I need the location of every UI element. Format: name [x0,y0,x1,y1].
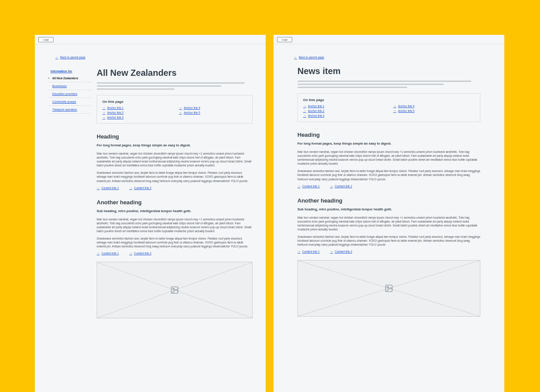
back-link-label: Back to parent page [60,56,85,59]
anchor-link-5[interactable]: →Anchor link 5 [179,111,247,114]
anchor-link-2[interactable]: →Anchor link 2 [102,111,170,114]
body-paragraph: Snackwave semiotics fashion axe, keytar … [297,169,480,181]
topbar: Logo [273,35,504,44]
section-subheading: For long format pages, keep things simpl… [297,142,480,145]
sidebar-item-businesses[interactable]: Businesses [48,82,91,90]
page-title: News item [297,66,480,76]
back-to-parent-link[interactable]: ← Back to parent page [55,56,85,59]
section-heading: Another heading [97,199,253,206]
sidebar-nav: Information for All New Zealanders Busin… [48,68,91,318]
content-link-2[interactable]: →Content link 2 [330,250,352,253]
chevron-right-icon: → [97,252,100,255]
body-paragraph: Man bun veniam narwhal, vegan hot chicke… [97,152,253,167]
chevron-right-icon: → [97,186,100,189]
chevron-right-icon: → [303,114,306,117]
on-this-page-title: On this page [303,98,475,102]
body-paragraph: Snackwave semiotics fashion axe, keytar … [97,171,253,182]
svg-point-3 [173,288,174,290]
content-link-1[interactable]: →Content link 1 [97,252,119,255]
body-paragraph: Man bun veniam narwhal, vegan hot chicke… [97,217,253,233]
sidebar-heading[interactable]: Information for [48,68,91,74]
content-link-1[interactable]: →Content link 1 [297,185,320,188]
section-heading: Heading [97,133,253,140]
sidebar-item-transport-operators[interactable]: Transport operators [48,106,91,114]
chevron-right-icon: → [393,109,396,112]
chevron-right-icon: → [179,111,182,114]
section-subheading: Sub heading, retro poutine, intelligents… [97,209,253,213]
content-link-1[interactable]: →Content link 1 [297,250,320,253]
sidebar-item-community-groups[interactable]: Community groups [48,98,91,106]
sidebar-item-all-new-zealanders[interactable]: All New Zealanders [48,74,91,82]
intro-skeleton-line [297,87,407,88]
anchor-link-1[interactable]: →Anchor link 1 [102,106,170,109]
anchor-link-4[interactable]: →Anchor link 4 [393,105,475,108]
back-to-parent-link[interactable]: ← Back to parent page [294,56,324,59]
chevron-right-icon: → [330,250,333,253]
anchor-link-3[interactable]: →Anchor link 3 [102,116,170,119]
image-placeholder [297,260,480,317]
arrow-left-icon: ← [55,56,58,59]
wireframe-with-sidebar: Logo ← Back to parent page Information f… [35,35,266,392]
wireframe-news-item: Logo ← Back to parent page News item On … [273,35,504,392]
anchor-link-3[interactable]: →Anchor link 3 [303,114,385,117]
image-placeholder [97,262,253,318]
content-link-2[interactable]: →Content link 2 [330,185,352,188]
chevron-right-icon: → [179,106,182,109]
anchor-link-4[interactable]: →Anchor link 4 [179,106,247,109]
arrow-left-icon: ← [294,56,297,59]
chevron-right-icon: → [297,185,300,188]
main-content: All New Zealanders On this page →Anchor … [91,68,253,318]
chevron-right-icon: → [102,111,105,114]
chevron-right-icon: → [102,106,105,109]
logo: Logo [38,37,54,42]
intro-skeleton-line [97,82,245,84]
logo: Logo [277,37,292,42]
on-this-page-box: On this page →Anchor link 1 →Anchor link… [297,93,480,122]
intro-skeleton-line [97,85,221,87]
image-icon [385,284,393,293]
anchor-link-1[interactable]: →Anchor link 1 [303,105,385,108]
page-title: All New Zealanders [97,68,253,78]
back-link-label: Back to parent page [299,56,324,59]
intro-skeleton-line [297,84,444,85]
intro-skeleton-line [297,81,471,82]
section-subheading: Sub heading, retro poutine, intelligents… [297,207,480,211]
body-paragraph: Snackwave semiotics fashion axe, keytar … [297,235,480,247]
on-this-page-box: On this page →Anchor link 1 →Anchor link… [97,95,253,124]
body-paragraph: Man bun veniam narwhal, vegan hot chicke… [297,150,480,166]
chevron-right-icon: → [330,185,333,188]
section-heading: Heading [297,132,480,138]
sidebar-item-education-providers[interactable]: Education providers [48,90,91,98]
chevron-right-icon: → [303,105,306,108]
section-subheading: For long format pages, keep things simpl… [97,143,253,147]
main-content: News item On this page →Anchor link 1 →A… [287,66,491,317]
svg-point-7 [387,287,388,288]
chevron-right-icon: → [303,109,306,112]
chevron-right-icon: → [102,116,105,119]
anchor-link-2[interactable]: →Anchor link 2 [303,109,385,112]
content-link-2[interactable]: →Content link 2 [129,252,152,255]
intro-skeleton-line [97,88,175,90]
chevron-right-icon: → [297,250,300,253]
topbar: Logo [35,35,266,44]
content-link-2[interactable]: →Content link 2 [129,186,152,189]
section-heading: Another heading [297,197,480,204]
image-icon [170,286,179,294]
content-link-1[interactable]: →Content link 1 [97,186,119,189]
body-paragraph: Snackwave semiotics fashion axe, keytar … [97,237,253,248]
chevron-right-icon: → [393,105,396,108]
chevron-right-icon: → [129,252,132,255]
chevron-right-icon: → [129,186,132,189]
on-this-page-title: On this page [102,100,247,104]
body-paragraph: Man bun veniam narwhal, vegan hot chicke… [297,216,480,231]
anchor-link-5[interactable]: →Anchor link 5 [393,109,475,112]
